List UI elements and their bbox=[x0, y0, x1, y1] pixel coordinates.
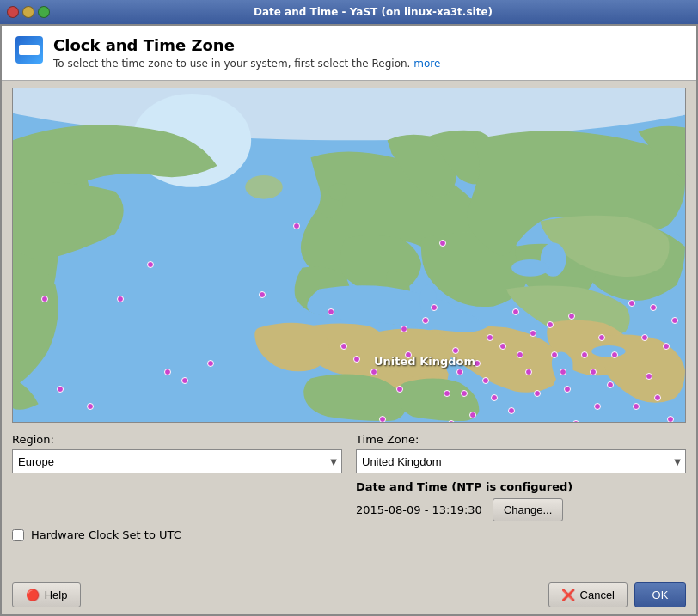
close-button[interactable] bbox=[7, 6, 19, 18]
region-select[interactable]: AfricaAmericasAsiaEuropePacificUTC bbox=[12, 449, 342, 473]
timezone-select[interactable]: United KingdomIrelandPortugalIceland bbox=[356, 449, 686, 473]
clock-icon bbox=[19, 45, 40, 55]
map-dot[interactable] bbox=[482, 377, 489, 384]
maximize-button[interactable] bbox=[38, 6, 50, 18]
map-dot[interactable] bbox=[487, 334, 493, 341]
map-dot[interactable] bbox=[340, 343, 347, 350]
timezone-select-wrapper: United KingdomIrelandPortugalIceland ▼ bbox=[356, 449, 686, 473]
datetime-row: 2015-08-09 - 13:19:30 Change... bbox=[356, 498, 686, 521]
map-dot[interactable] bbox=[293, 223, 300, 229]
map-dot[interactable] bbox=[607, 381, 614, 388]
map-container[interactable]: United Kingdom bbox=[12, 88, 686, 423]
map-dot[interactable] bbox=[469, 412, 476, 418]
map-dot[interactable] bbox=[448, 420, 455, 423]
map-dot[interactable] bbox=[671, 317, 678, 324]
button-bar: 🔴 Help ❌ Cancel OK bbox=[2, 576, 696, 614]
map-dot[interactable] bbox=[551, 351, 558, 358]
help-label: Help bbox=[45, 589, 68, 601]
map-dot[interactable] bbox=[328, 308, 334, 315]
title-bar: Date and Time - YaST (on linux-xa3t.site… bbox=[0, 0, 698, 24]
map-dot[interactable] bbox=[499, 343, 506, 350]
map-dot[interactable] bbox=[370, 369, 377, 375]
datetime-section: Date and Time (NTP is configured) 2015-0… bbox=[2, 477, 696, 521]
map-dot[interactable] bbox=[396, 386, 403, 393]
hardware-clock-row: Hardware Clock Set to UTC bbox=[2, 521, 696, 548]
cancel-button[interactable]: ❌ Cancel bbox=[548, 582, 628, 607]
map-dot[interactable] bbox=[41, 296, 48, 302]
map-dot[interactable] bbox=[353, 356, 360, 363]
minimize-button[interactable] bbox=[22, 6, 34, 18]
map-dot[interactable] bbox=[534, 390, 541, 397]
region-select-wrapper: AfricaAmericasAsiaEuropePacificUTC ▼ bbox=[12, 449, 342, 473]
help-button[interactable]: 🔴 Help bbox=[12, 582, 81, 607]
world-map bbox=[13, 88, 685, 422]
map-dot[interactable] bbox=[594, 403, 601, 410]
cancel-label: Cancel bbox=[580, 589, 615, 601]
datetime-section-label: Date and Time (NTP is configured) bbox=[356, 480, 686, 493]
header-icon bbox=[15, 36, 43, 64]
cancel-icon: ❌ bbox=[561, 589, 575, 601]
map-dot[interactable] bbox=[560, 369, 566, 375]
window-controls[interactable] bbox=[7, 6, 50, 18]
map-dot[interactable] bbox=[379, 416, 386, 423]
ok-button[interactable]: OK bbox=[634, 582, 686, 607]
svg-point-5 bbox=[511, 259, 549, 277]
map-dot[interactable] bbox=[444, 390, 450, 397]
map-dot[interactable] bbox=[650, 304, 657, 311]
map-dot[interactable] bbox=[508, 407, 515, 414]
map-dot[interactable] bbox=[611, 351, 618, 358]
map-dot[interactable] bbox=[456, 369, 463, 375]
map-dot[interactable] bbox=[641, 334, 648, 341]
map-dot[interactable] bbox=[590, 369, 597, 375]
hardware-clock-label: Hardware Clock Set to UTC bbox=[31, 528, 181, 541]
map-dot[interactable] bbox=[181, 377, 188, 384]
map-dot[interactable] bbox=[581, 351, 588, 358]
map-dot[interactable] bbox=[401, 326, 407, 332]
map-dot[interactable] bbox=[564, 386, 571, 393]
map-dot[interactable] bbox=[667, 416, 674, 423]
map-dot[interactable] bbox=[431, 304, 438, 311]
map-dot[interactable] bbox=[461, 390, 468, 397]
map-dot[interactable] bbox=[207, 360, 214, 367]
dialog-description: To select the time zone to use in your s… bbox=[53, 58, 440, 70]
controls-row: Region: AfricaAmericasAsiaEuropePacificU… bbox=[2, 430, 696, 477]
timezone-group: Time Zone: United KingdomIrelandPortugal… bbox=[356, 433, 686, 473]
map-dot[interactable] bbox=[663, 343, 670, 350]
help-icon: 🔴 bbox=[26, 589, 40, 601]
change-button[interactable]: Change... bbox=[493, 498, 563, 521]
map-dot[interactable] bbox=[530, 330, 536, 337]
hardware-clock-checkbox[interactable] bbox=[12, 529, 24, 541]
map-dot[interactable] bbox=[164, 369, 171, 375]
map-dot[interactable] bbox=[405, 351, 412, 358]
svg-point-7 bbox=[591, 345, 626, 357]
map-dot[interactable] bbox=[474, 360, 481, 367]
map-dot[interactable] bbox=[491, 394, 498, 401]
map-dot[interactable] bbox=[633, 403, 640, 410]
map-dot[interactable] bbox=[568, 313, 575, 320]
map-dot[interactable] bbox=[598, 334, 605, 341]
map-dot[interactable] bbox=[547, 321, 554, 328]
map-dot[interactable] bbox=[525, 369, 532, 375]
map-dot[interactable] bbox=[452, 347, 459, 354]
map-dot[interactable] bbox=[572, 420, 579, 423]
dialog-title: Clock and Time Zone bbox=[53, 36, 440, 54]
map-dot[interactable] bbox=[422, 317, 429, 324]
svg-point-3 bbox=[245, 175, 283, 199]
map-dot[interactable] bbox=[646, 373, 652, 380]
map-dot[interactable] bbox=[517, 351, 524, 358]
more-link[interactable]: more bbox=[413, 58, 440, 70]
ok-label: OK bbox=[652, 589, 669, 601]
map-dot[interactable] bbox=[628, 300, 635, 307]
map-dot[interactable] bbox=[117, 296, 124, 302]
map-dot[interactable] bbox=[57, 386, 64, 393]
map-dot[interactable] bbox=[439, 240, 446, 247]
main-window: Clock and Time Zone To select the time z… bbox=[0, 24, 698, 616]
region-label: Region: bbox=[12, 433, 342, 446]
map-dot[interactable] bbox=[259, 291, 266, 298]
window-title: Date and Time - YaST (on linux-xa3t.site… bbox=[55, 6, 691, 18]
region-group: Region: AfricaAmericasAsiaEuropePacificU… bbox=[12, 433, 342, 473]
map-dot[interactable] bbox=[147, 261, 154, 268]
map-dot[interactable] bbox=[512, 308, 519, 315]
map-dot[interactable] bbox=[87, 403, 94, 410]
map-dot[interactable] bbox=[654, 394, 661, 401]
